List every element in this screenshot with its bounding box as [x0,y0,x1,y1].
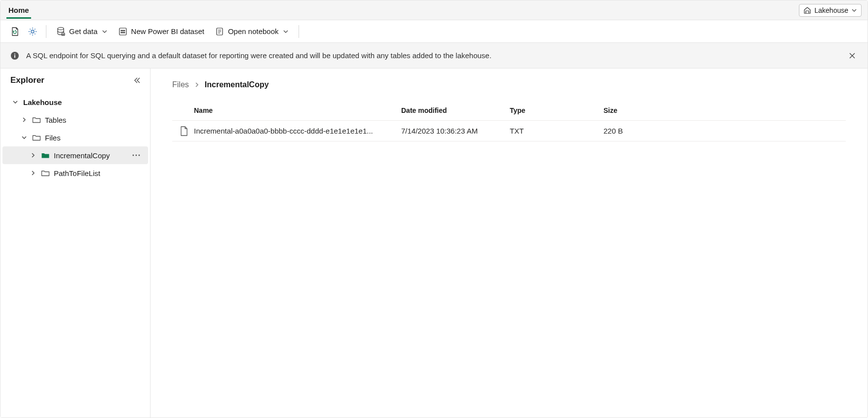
cell-type: TXT [510,127,604,135]
breadcrumb-current: IncrementalCopy [205,80,269,89]
breadcrumb-separator [194,82,200,88]
new-dataset-label: New Power BI dataset [131,27,204,35]
refresh-button[interactable] [8,25,21,38]
tree-item-label: PathToFileList [54,169,144,177]
folder-icon [32,134,41,141]
explorer-tree: Lakehouse Tables Files IncrementalCopy [0,89,150,186]
svg-point-5 [122,30,123,31]
tree-item-files[interactable]: Files [2,129,148,146]
tree-root-lakehouse[interactable]: Lakehouse [2,93,148,111]
chevron-down-icon [102,29,108,35]
svg-point-4 [121,30,122,31]
cell-size: 220 B [604,127,702,135]
open-notebook-label: Open notebook [228,27,279,35]
info-close-button[interactable] [847,50,858,61]
svg-point-15 [136,155,137,156]
breadcrumb-parent[interactable]: Files [172,80,189,89]
chevron-down-icon [12,99,18,105]
get-data-button[interactable]: Get data [53,25,111,38]
lakehouse-icon [803,6,811,14]
settings-button[interactable] [26,25,39,38]
folder-icon [41,170,50,177]
tree-item-label: Files [45,134,144,142]
chevron-right-icon [30,170,36,176]
table-row[interactable]: Incremental-a0a0a0a0-bbbb-cccc-dddd-e1e1… [172,121,846,141]
svg-point-9 [124,32,125,33]
open-notebook-button[interactable]: Open notebook [212,25,292,38]
explorer-title: Explorer [10,75,44,85]
toolbar-divider [46,25,46,38]
col-header-date-modified[interactable]: Date modified [401,106,510,114]
refresh-icon [10,27,19,36]
svg-point-14 [133,155,134,156]
get-data-label: Get data [69,27,98,35]
svg-point-8 [122,32,123,33]
content-area: Files IncrementalCopy Name Date modified… [151,69,868,418]
tree-root-label: Lakehouse [23,98,144,106]
gear-icon [28,27,38,36]
tree-item-tables[interactable]: Tables [2,111,148,129]
more-icon [132,154,140,156]
mode-selector[interactable]: Lakehouse [799,4,862,17]
chevron-right-icon [30,152,36,158]
info-icon [10,51,19,60]
col-header-size[interactable]: Size [604,106,702,114]
file-icon [180,126,188,136]
breadcrumb: Files IncrementalCopy [172,80,846,89]
info-message: A SQL endpoint for SQL querying and a de… [26,51,491,60]
svg-rect-3 [119,28,126,35]
svg-point-7 [121,32,122,33]
table-header-row: Name Date modified Type Size [172,100,846,121]
svg-point-16 [139,155,140,156]
close-icon [849,52,856,59]
svg-point-12 [14,53,15,54]
header: Home Lakehouse [0,0,868,20]
dataset-icon [118,27,127,36]
folder-icon [32,116,41,124]
tab-home[interactable]: Home [6,2,31,19]
cell-date-modified: 7/14/2023 10:36:23 AM [401,127,510,135]
cell-name: Incremental-a0a0a0a0-bbbb-cccc-dddd-e1e1… [194,127,401,135]
explorer-panel: Explorer Lakehouse Tables F [0,69,151,418]
chevron-right-icon [21,117,27,123]
toolbar-divider [299,25,299,38]
folder-open-icon [41,152,50,159]
chevron-down-icon [851,7,857,13]
chevron-double-left-icon [133,76,141,84]
tree-item-label: Tables [45,116,144,124]
notebook-icon [215,27,224,36]
chevron-down-icon [21,135,27,140]
tree-item-more-button[interactable] [128,154,144,156]
toolbar: Get data New Power BI dataset Open noteb… [0,20,868,43]
tree-item-pathtofilelist[interactable]: PathToFileList [2,164,148,182]
svg-point-1 [58,27,64,30]
info-bar: A SQL endpoint for SQL querying and a de… [0,43,868,69]
collapse-panel-button[interactable] [131,74,143,86]
svg-point-0 [31,30,34,33]
mode-label: Lakehouse [814,6,848,14]
database-icon [56,27,65,36]
chevron-down-icon [283,29,289,35]
tree-item-label: IncrementalCopy [54,151,124,160]
svg-rect-13 [14,55,15,58]
col-header-type[interactable]: Type [510,106,604,114]
svg-point-6 [124,30,125,31]
col-header-name[interactable]: Name [194,106,401,114]
new-dataset-button[interactable]: New Power BI dataset [115,25,207,38]
tree-item-incrementalcopy[interactable]: IncrementalCopy [2,146,148,164]
chevron-right-icon [194,82,200,88]
